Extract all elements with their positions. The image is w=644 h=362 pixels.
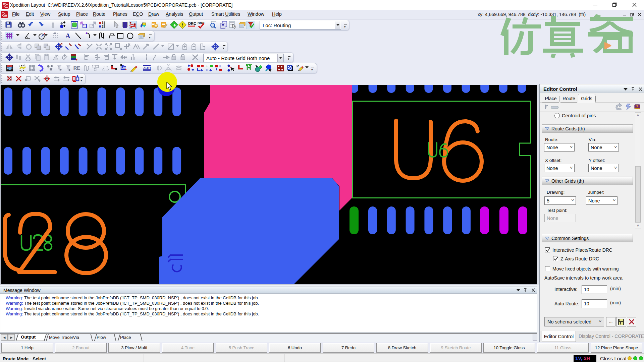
svg-text:P: P <box>297 64 299 68</box>
svg-text:RE: RE <box>73 65 80 71</box>
svg-text:AUTO: AUTO <box>143 66 151 70</box>
svg-text:!: ! <box>182 22 183 27</box>
svg-text:1: 1 <box>102 21 104 25</box>
svg-text:A: A <box>65 32 70 40</box>
svg-text:2: 2 <box>102 25 104 28</box>
svg-text:DRC: DRC <box>188 21 196 25</box>
svg-text:?: ? <box>636 105 638 109</box>
